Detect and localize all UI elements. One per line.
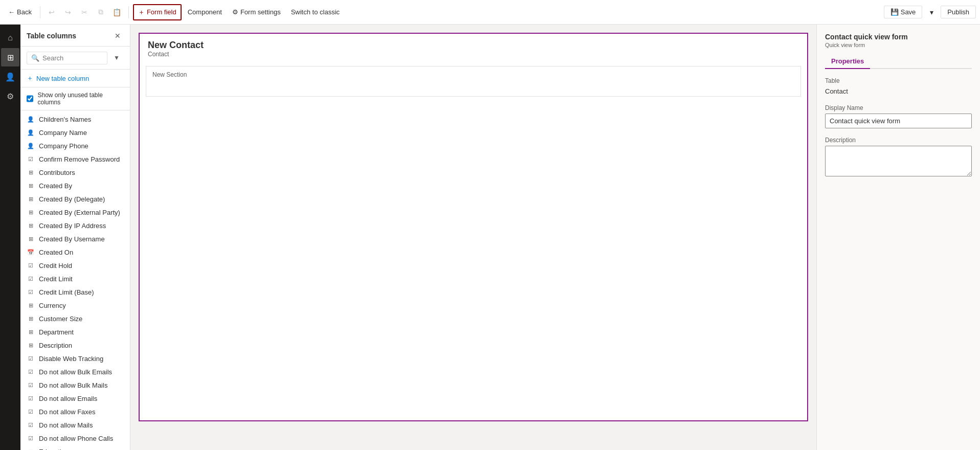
leftnav-settings[interactable]: ⚙ xyxy=(1,87,19,105)
form-field-button[interactable]: ＋ Form field xyxy=(133,4,182,20)
list-item-label: Company Phone xyxy=(39,142,88,150)
list-item-label: Confirm Remove Password xyxy=(39,155,120,163)
leftnav-person[interactable]: 👤 xyxy=(1,68,19,86)
grid-icon: ⊞ xyxy=(27,208,35,216)
plus-icon: ＋ xyxy=(27,74,33,83)
list-item-label: Contributors xyxy=(39,169,75,176)
copy-button[interactable]: ⧉ xyxy=(94,5,108,19)
sidebar-item-do-not-allow-bulk-mails[interactable]: ☑Do not allow Bulk Mails xyxy=(20,378,130,392)
sidebar-item-contributors[interactable]: ⊞Contributors xyxy=(20,166,130,179)
check-icon: ☑ xyxy=(27,434,35,442)
sidebar-title: Table columns xyxy=(27,32,76,40)
form-settings-label: Form settings xyxy=(240,8,281,16)
new-column-button[interactable]: ＋ New table column xyxy=(20,70,130,87)
paste-button[interactable]: 📋 xyxy=(110,5,124,19)
prop-table-value: Contact xyxy=(825,86,972,96)
list-item-label: Department xyxy=(39,328,74,336)
search-input[interactable] xyxy=(42,54,103,62)
tab-properties[interactable]: Properties xyxy=(825,54,870,69)
form-settings-icon: ⚙ xyxy=(232,8,238,16)
check-icon: ☑ xyxy=(27,288,35,296)
prop-display-name-input[interactable] xyxy=(825,114,972,128)
sidebar-header: Table columns ✕ xyxy=(20,25,130,47)
left-nav: ⌂ ⊞ 👤 ⚙ xyxy=(0,25,20,450)
toolbar-divider-1 xyxy=(40,6,40,18)
save-button[interactable]: 💾 Save xyxy=(884,6,923,18)
sidebar-list: 👤Children's Names👤Company Name👤Company P… xyxy=(20,110,130,450)
section-label: New Section xyxy=(152,71,187,78)
form-header: New Contact Contact xyxy=(140,34,807,62)
sidebar-item-education[interactable]: ⊞Education xyxy=(20,445,130,450)
sidebar-item-do-not-allow-mails[interactable]: ☑Do not allow Mails xyxy=(20,418,130,432)
grid-icon: ⊞ xyxy=(27,341,35,349)
back-button[interactable]: ← Back xyxy=(4,6,36,18)
sidebar-item-do-not-allow-phone-calls[interactable]: ☑Do not allow Phone Calls xyxy=(20,432,130,445)
save-chevron-button[interactable]: ▾ xyxy=(924,5,939,19)
sidebar-item-do-not-allow-emails[interactable]: ☑Do not allow Emails xyxy=(20,392,130,405)
list-item-label: Created On xyxy=(39,249,73,256)
check-icon: ☑ xyxy=(27,421,35,429)
prop-table-section: Table Contact xyxy=(825,77,972,96)
sidebar-item-created-by[interactable]: ⊞Created By xyxy=(20,179,130,192)
component-button[interactable]: Component xyxy=(184,4,226,20)
sidebar-item-created-by-username[interactable]: ⊞Created By Username xyxy=(20,232,130,245)
sidebar-item-description[interactable]: ⊞Description xyxy=(20,339,130,352)
check-icon: ☑ xyxy=(27,381,35,389)
switch-label: Switch to classic xyxy=(291,8,340,16)
form-settings-button[interactable]: ⚙ Form settings xyxy=(228,4,285,20)
leftnav-grid[interactable]: ⊞ xyxy=(1,48,19,66)
list-item-label: Do not allow Bulk Mails xyxy=(39,381,107,389)
list-item-label: Do not allow Bulk Emails xyxy=(39,368,112,376)
form-canvas: New Contact Contact New Section xyxy=(139,33,808,421)
list-item-label: Credit Limit xyxy=(39,275,73,283)
check-icon: ☑ xyxy=(27,155,35,163)
grid-icon: ⊞ xyxy=(27,314,35,323)
list-item-label: Created By (Delegate) xyxy=(39,195,105,203)
sidebar-item-company-name[interactable]: 👤Company Name xyxy=(20,126,130,139)
calendar-icon: 📅 xyxy=(27,248,35,256)
show-unused-label: Show only unused table columns xyxy=(37,92,124,106)
sidebar-item-created-by-ip-address[interactable]: ⊞Created By IP Address xyxy=(20,219,130,232)
prop-description-textarea[interactable] xyxy=(825,146,972,176)
sidebar-item-created-on[interactable]: 📅Created On xyxy=(20,245,130,259)
sidebar-item-department[interactable]: ⊞Department xyxy=(20,325,130,339)
grid-icon: ⊞ xyxy=(27,328,35,336)
publish-button[interactable]: Publish xyxy=(941,6,976,18)
undo-button[interactable]: ↩ xyxy=(44,5,59,19)
list-item-label: Credit Hold xyxy=(39,262,72,269)
check-icon: ☑ xyxy=(27,354,35,363)
sidebar-item-do-not-allow-bulk-emails[interactable]: ☑Do not allow Bulk Emails xyxy=(20,365,130,378)
leftnav-home[interactable]: ⌂ xyxy=(1,29,19,47)
sidebar-item-credit-hold[interactable]: ☑Credit Hold xyxy=(20,259,130,272)
form-section[interactable]: New Section xyxy=(146,66,801,97)
check-icon: ☑ xyxy=(27,408,35,416)
sidebar-item-created-by-delegate[interactable]: ⊞Created By (Delegate) xyxy=(20,192,130,206)
check-icon: ☑ xyxy=(27,261,35,269)
list-item-label: Customer Size xyxy=(39,315,82,323)
filter-button[interactable]: ▼ xyxy=(109,51,124,65)
sidebar-item-do-not-allow-faxes[interactable]: ☑Do not allow Faxes xyxy=(20,405,130,418)
sidebar-item-customer-size[interactable]: ⊞Customer Size xyxy=(20,312,130,325)
show-unused-row[interactable]: Show only unused table columns xyxy=(20,87,130,110)
sidebar-item-created-by-external-party[interactable]: ⊞Created By (External Party) xyxy=(20,206,130,219)
list-item-label: Currency xyxy=(39,302,66,309)
list-item-label: Do not allow Mails xyxy=(39,421,93,429)
sidebar-item-credit-limit-base[interactable]: ☑Credit Limit (Base) xyxy=(20,285,130,299)
right-panel: Contact quick view form Quick view form … xyxy=(816,25,980,450)
cut-button[interactable]: ✂ xyxy=(77,5,92,19)
switch-to-classic-button[interactable]: Switch to classic xyxy=(287,4,344,20)
sidebar-item-confirm-remove-password[interactable]: ☑Confirm Remove Password xyxy=(20,152,130,166)
sidebar-item-company-phone[interactable]: 👤Company Phone xyxy=(20,139,130,152)
sidebar-close-button[interactable]: ✕ xyxy=(112,30,124,42)
sidebar-item-disable-web-tracking[interactable]: ☑Disable Web Tracking xyxy=(20,352,130,365)
sidebar-item-currency[interactable]: ⊞Currency xyxy=(20,299,130,312)
check-icon: ☑ xyxy=(27,368,35,376)
show-unused-checkbox[interactable] xyxy=(27,95,33,102)
sidebar-item-credit-limit[interactable]: ☑Credit Limit xyxy=(20,272,130,285)
sidebar-item-childrens-names[interactable]: 👤Children's Names xyxy=(20,112,130,126)
list-item-label: Created By Username xyxy=(39,235,105,243)
list-item-label: Created By IP Address xyxy=(39,222,106,230)
redo-button[interactable]: ↪ xyxy=(61,5,75,19)
list-item-label: Do not allow Emails xyxy=(39,395,97,402)
back-label: Back xyxy=(17,8,32,16)
